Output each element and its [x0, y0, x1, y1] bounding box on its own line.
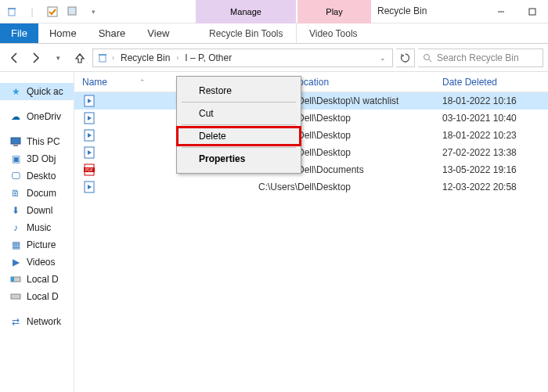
table-row[interactable]: l H... C:\Users\Dell\Desktop 27-02-2022 …: [74, 144, 548, 161]
svg-rect-5: [529, 9, 535, 15]
context-menu-restore[interactable]: Restore: [177, 81, 301, 100]
sidebar-item-onedrive[interactable]: ☁ OneDriv: [0, 108, 74, 125]
window-title: Recycle Bin: [377, 5, 427, 16]
view-tab[interactable]: View: [136, 23, 180, 43]
recent-locations-button[interactable]: ▾: [49, 49, 67, 67]
sidebar-item-documents[interactable]: 🗎 Docum: [0, 185, 74, 202]
table-row[interactable]: C:\Users\Dell\Desktop 03-10-2021 10:40: [74, 110, 548, 127]
column-date-deleted[interactable]: Date Deleted: [442, 77, 548, 88]
refresh-button[interactable]: [396, 49, 415, 67]
sidebar-item-videos[interactable]: ▶ Videos: [0, 254, 74, 271]
contextual-tool-tabs: Manage Play: [196, 0, 371, 23]
drive-icon: [9, 273, 22, 286]
sidebar-item-thispc[interactable]: This PC: [0, 133, 74, 150]
table-row[interactable]: 264 C:\Users\Dell\Desktop\N watchlist 18…: [74, 92, 548, 110]
context-menu-delete[interactable]: Delete: [177, 127, 301, 146]
play-tab-label: Play: [326, 7, 342, 16]
manage-tab[interactable]: Manage: [196, 0, 296, 23]
sidebar-item-label: Quick ac: [27, 86, 63, 97]
chevron-right-icon[interactable]: ›: [176, 54, 178, 62]
nav-bar: ▾ › Recycle Bin › I – P, Other ⌄ Search …: [0, 44, 548, 72]
video-file-icon: [82, 128, 96, 142]
sidebar-item-label: Local D: [27, 291, 59, 302]
sidebar-item-quick-access[interactable]: ★ Quick ac: [0, 83, 74, 100]
date-deleted: 18-01-2022 10:23: [442, 130, 548, 141]
address-dropdown-icon[interactable]: ⌄: [380, 54, 386, 62]
qat-chevron-icon[interactable]: ▾: [85, 3, 102, 20]
svg-rect-14: [11, 294, 20, 299]
recycle-bin-icon: [3, 3, 20, 20]
video-file-icon: [82, 146, 96, 160]
sidebar-item-label: Deskto: [27, 171, 56, 182]
back-button[interactable]: [5, 49, 23, 67]
sidebar-item-label: OneDriv: [27, 111, 61, 122]
sidebar-item-localdisk2[interactable]: Local D: [0, 288, 74, 305]
checkbox-icon[interactable]: [44, 3, 61, 20]
sidebar-item-downloads[interactable]: ⬇ Downl: [0, 202, 74, 219]
home-tab[interactable]: Home: [38, 23, 88, 43]
context-menu-properties[interactable]: Properties: [177, 149, 301, 168]
sidebar-item-network[interactable]: ⇄ Network: [0, 313, 74, 330]
sidebar-item-label: 3D Obj: [27, 153, 56, 164]
search-box[interactable]: Search Recycle Bin: [418, 49, 543, 67]
svg-point-8: [424, 54, 430, 59]
video-file-icon: [82, 111, 96, 125]
table-row[interactable]: C:\Users\Dell\Desktop 12-03-2022 20:58: [74, 178, 548, 196]
sidebar-item-label: This PC: [27, 136, 60, 147]
search-placeholder: Search Recycle Bin: [437, 52, 519, 63]
play-tab[interactable]: Play: [297, 0, 371, 23]
date-deleted: 27-02-2022 13:38: [442, 147, 548, 158]
svg-text:PDF: PDF: [85, 167, 93, 172]
video-file-icon: [82, 180, 96, 194]
computer-icon: [9, 135, 22, 148]
network-icon: ⇄: [9, 315, 22, 328]
dropdown-icon[interactable]: [64, 3, 81, 20]
up-button[interactable]: [70, 49, 89, 67]
sidebar-item-label: Downl: [27, 205, 52, 216]
table-row[interactable]: C:\Users\Dell\Desktop 18-01-2022 10:23: [74, 127, 548, 144]
search-icon: [423, 53, 432, 63]
drive-icon: [9, 290, 22, 303]
quick-access-toolbar: | ▾: [0, 3, 105, 20]
chevron-right-icon[interactable]: ›: [112, 54, 114, 62]
context-menu: Restore Cut Delete Properties: [176, 76, 301, 174]
video-icon: ▶: [9, 256, 22, 268]
svg-rect-1: [8, 8, 16, 9]
breadcrumb-recycle-bin[interactable]: Recycle Bin: [117, 52, 173, 63]
sort-indicator-icon: ⌃: [112, 78, 173, 86]
svg-rect-7: [99, 54, 106, 56]
file-tab[interactable]: File: [0, 23, 38, 43]
recycle-bin-tools-tab[interactable]: Recycle Bin Tools: [196, 23, 296, 43]
document-icon: 🗎: [9, 187, 22, 200]
context-menu-separator: [182, 147, 296, 148]
maximize-button[interactable]: [517, 0, 548, 23]
sidebar-item-label: Local D: [27, 274, 59, 285]
video-tools-tab[interactable]: Video Tools: [296, 23, 370, 43]
sidebar-item-label: Network: [27, 316, 61, 327]
date-deleted: 18-01-2022 10:16: [442, 95, 548, 106]
video-file-icon: [82, 94, 96, 108]
cloud-icon: ☁: [9, 110, 22, 123]
context-menu-separator: [182, 124, 296, 125]
sidebar-item-3d[interactable]: ▣ 3D Obj: [0, 150, 74, 167]
breadcrumb-folder[interactable]: I – P, Other: [182, 52, 235, 63]
table-row[interactable]: PDF orm... C:\Users\Dell\Documents 13-05…: [74, 161, 548, 178]
share-tab[interactable]: Share: [88, 23, 137, 43]
column-name[interactable]: Name: [82, 77, 107, 88]
sidebar-item-music[interactable]: ♪ Music: [0, 219, 74, 236]
svg-rect-2: [48, 7, 57, 16]
sidebar-item-desktop[interactable]: 🖵 Deskto: [0, 167, 74, 185]
manage-tab-label: Manage: [230, 7, 261, 16]
forward-button[interactable]: [27, 49, 45, 67]
svg-rect-10: [11, 138, 20, 144]
context-menu-cut[interactable]: Cut: [177, 104, 301, 123]
original-location: C:\Users\Dell\Desktop: [258, 182, 442, 192]
svg-rect-6: [99, 55, 106, 62]
minimize-button[interactable]: [485, 0, 517, 23]
download-icon: ⬇: [9, 204, 22, 217]
sidebar-item-pictures[interactable]: ▦ Picture: [0, 236, 74, 254]
picture-icon: ▦: [9, 239, 22, 251]
address-bar[interactable]: › Recycle Bin › I – P, Other ⌄: [92, 49, 393, 67]
date-deleted: 13-05-2022 19:16: [442, 164, 548, 175]
sidebar-item-localdisk1[interactable]: Local D: [0, 271, 74, 288]
